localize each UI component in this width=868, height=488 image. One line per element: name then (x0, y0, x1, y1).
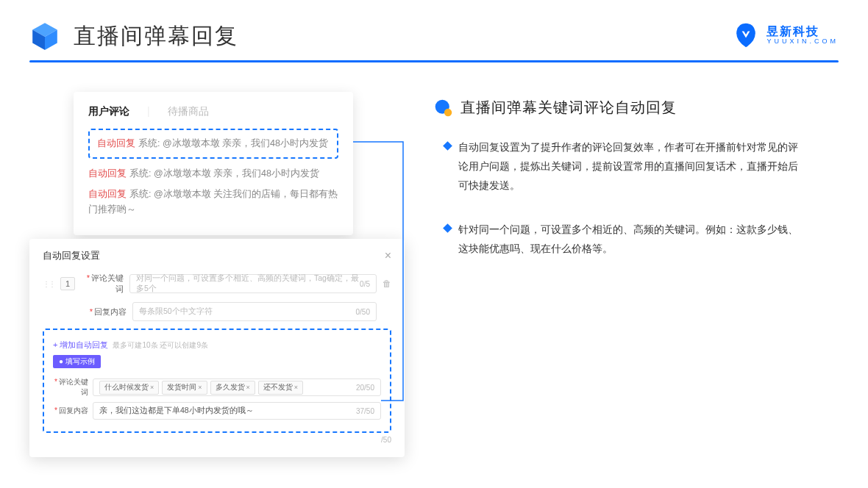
tab-divider: | (147, 105, 150, 118)
keyword-tag: 多久发货× (210, 381, 255, 395)
keyword-tag: 还不发货× (258, 381, 303, 395)
reply-input[interactable]: 每条限50个中文字符0/50 (132, 302, 377, 321)
delete-icon[interactable]: 🗑 (383, 279, 391, 289)
rule-number: 1 (60, 277, 75, 290)
ex-keyword-input[interactable]: 什么时候发货× 发货时间× 多久发货× 还不发货× 20/50 (93, 378, 381, 396)
ex-reply-label: 回复内容 (59, 406, 88, 415)
reply-label: 回复内容 (94, 307, 127, 316)
ex-keyword-label: 评论关键词 (59, 378, 88, 396)
comment-text: 系统: @冰墩墩本墩 亲亲，我们48小时内发货 (129, 168, 319, 179)
comment-text: 系统: @冰墩墩本墩 亲亲，我们48小时内发货 (138, 138, 328, 148)
comments-panel: 用户评论 | 待播商品 自动回复系统: @冰墩墩本墩 亲亲，我们48小时内发货 … (74, 92, 353, 235)
diamond-icon (443, 223, 452, 233)
bullet-text: 针对同一个问题，可设置多个相近的、高频的关键词。例如：这款多少钱、这块能优惠吗、… (458, 220, 804, 259)
chat-bubble-icon (434, 98, 453, 118)
page-title: 直播间弹幕回复 (74, 21, 238, 51)
settings-title: 自动回复设置 (43, 249, 100, 262)
keyword-input[interactable]: 对同一个问题，可设置多个相近、高频的关键词，Tag确定，最多5个0/5 (129, 274, 377, 293)
diamond-icon (443, 141, 452, 151)
brand-name-cn: 昱新科技 (766, 25, 839, 38)
bullet-item: 针对同一个问题，可设置多个相近的、高频的关键词。例如：这款多少钱、这块能优惠吗、… (434, 220, 839, 259)
ex-reply-input[interactable]: 亲，我们这边都是下单48小时内发货的哦～37/50 (93, 402, 381, 420)
keyword-label: 评论关键词 (91, 273, 124, 293)
bottom-counter: /50 (43, 436, 391, 444)
brand-name-en: YUUXIN.COM (766, 38, 839, 46)
add-auto-reply-link[interactable]: + 增加自动回复 (53, 340, 108, 349)
auto-reply-tag: 自动回复 (97, 138, 135, 148)
section-title: 直播间弹幕关键词评论自动回复 (460, 98, 677, 118)
auto-reply-settings-panel: 自动回复设置 × ⋮⋮ 1 *评论关键词 对同一个问题，可设置多个相近、高频的关… (29, 239, 405, 457)
auto-reply-tag: 自动回复 (88, 189, 127, 199)
drag-handle-icon[interactable]: ⋮⋮ (43, 280, 54, 288)
tab-user-comments[interactable]: 用户评论 (88, 105, 129, 118)
close-icon[interactable]: × (385, 249, 391, 262)
tab-pending-goods[interactable]: 待播商品 (168, 105, 209, 118)
svg-point-5 (444, 108, 452, 115)
bullet-text: 自动回复设置为了提升作者的评论回复效率，作者可在开播前针对常见的评论用户问题，提… (458, 138, 804, 195)
example-box: + 增加自动回复最多可建10条 还可以创建9条 ● 填写示例 *评论关键词 什么… (43, 329, 391, 433)
keyword-tag: 什么时候发货× (99, 381, 159, 395)
keyword-tag: 发货时间× (162, 381, 207, 395)
add-hint: 最多可建10条 还可以创建9条 (113, 341, 207, 349)
highlighted-comment: 自动回复系统: @冰墩墩本墩 亲亲，我们48小时内发货 (88, 129, 338, 159)
bullet-item: 自动回复设置为了提升作者的评论回复效率，作者可在开播前针对常见的评论用户问题，提… (434, 138, 839, 195)
brand-logo: 昱新科技 YUUXIN.COM (733, 22, 839, 49)
auto-reply-tag: 自动回复 (88, 168, 127, 179)
cube-icon (29, 21, 60, 51)
example-badge: ● 填写示例 (53, 355, 101, 368)
